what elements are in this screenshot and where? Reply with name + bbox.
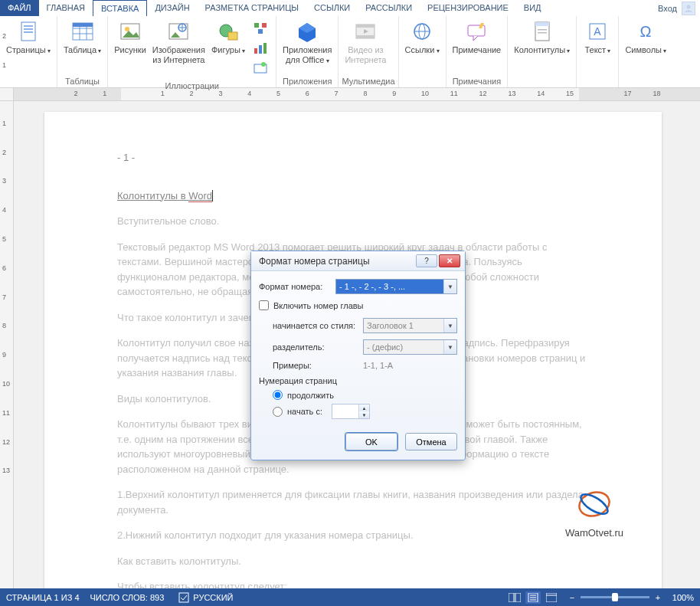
symbols-label: Символы	[625, 45, 666, 56]
svg-rect-33	[535, 22, 549, 26]
apps-label: Приложения для Office	[283, 45, 332, 66]
tab-insert[interactable]: ВСТАВКА	[93, 0, 147, 16]
zoom-out-button[interactable]: −	[567, 593, 577, 602]
tab-home[interactable]: ГЛАВНАЯ	[39, 0, 93, 16]
dialog-titlebar[interactable]: Формат номера страницы ? ✕	[251, 251, 465, 271]
continue-radio[interactable]: продолжить	[273, 390, 457, 400]
zoom-slider[interactable]	[581, 596, 649, 598]
print-layout-icon[interactable]	[525, 591, 541, 604]
vruler-tick: 1	[2, 61, 6, 69]
apps-group-label: Приложения	[280, 76, 335, 87]
include-chapter-checkbox[interactable]: Включить номер главы	[259, 300, 457, 310]
doc-p1: Вступительное слово.	[117, 214, 589, 229]
zoom-thumb[interactable]	[612, 593, 618, 601]
status-bar: СТРАНИЦА 1 ИЗ 4 ЧИСЛО СЛОВ: 893 РУССКИЙ …	[0, 588, 700, 606]
ruler-tick: 11	[450, 90, 458, 97]
headers-icon	[530, 19, 554, 44]
headers-label: Колонтитулы	[514, 45, 570, 56]
symbols-icon: Ω	[633, 19, 658, 44]
links-icon	[410, 19, 434, 44]
zoom-in-button[interactable]: +	[653, 593, 663, 602]
ruler-tick: 2	[190, 90, 194, 97]
text-button[interactable]: A Текст	[580, 18, 615, 76]
comments-group-label: Примечания	[450, 76, 505, 87]
tab-strip: ФАЙЛ ГЛАВНАЯ ВСТАВКА ДИЗАЙН РАЗМЕТКА СТР…	[0, 0, 700, 16]
spinner-down-icon[interactable]: ▼	[359, 411, 369, 418]
web-layout-icon[interactable]	[544, 591, 559, 604]
vruler-tick: 1	[2, 120, 6, 127]
headers-button[interactable]: Колонтитулы	[511, 18, 573, 76]
spellcheck-icon[interactable]	[176, 591, 191, 604]
pages-label: Страницы	[6, 45, 51, 56]
vruler-tick: 10	[2, 380, 10, 388]
vruler-tick: 13	[2, 467, 10, 474]
include-chapter-input[interactable]	[259, 300, 269, 310]
comment-button[interactable]: Примечание	[450, 18, 505, 76]
comment-icon	[464, 19, 489, 44]
ruler-tick: 8	[363, 90, 367, 97]
ruler-tick: 17	[624, 90, 632, 97]
login-label: Вход	[658, 4, 677, 13]
links-button[interactable]: Ссылки	[402, 18, 443, 76]
start-at-radio-input[interactable]	[273, 407, 283, 417]
status-words[interactable]: ЧИСЛО СЛОВ: 893	[90, 593, 165, 602]
cancel-button[interactable]: Отмена	[405, 433, 457, 450]
tab-mailings[interactable]: РАССЫЛКИ	[358, 0, 420, 16]
login-area[interactable]: Вход	[653, 0, 700, 16]
ruler-tick: 18	[653, 90, 660, 97]
status-language[interactable]: РУССКИЙ	[193, 593, 233, 602]
smartart-button[interactable]	[250, 19, 271, 39]
spinner-up-icon[interactable]: ▲	[359, 405, 369, 411]
pictures-button[interactable]: Рисунки	[111, 18, 149, 80]
start-at-radio[interactable]: начать с: ▲▼	[273, 404, 457, 419]
dialog-help-button[interactable]: ?	[416, 254, 437, 267]
shapes-button[interactable]: Фигуры	[208, 18, 248, 80]
tab-view[interactable]: ВИД	[516, 0, 549, 16]
text-label: Текст	[584, 45, 610, 56]
tab-file[interactable]: ФАЙЛ	[0, 0, 39, 16]
vertical-ruler[interactable]: 2112345678910111213	[0, 101, 14, 588]
continue-radio-input[interactable]	[273, 390, 283, 400]
tab-design[interactable]: ДИЗАЙН	[147, 0, 197, 16]
horizontal-ruler[interactable]: 211234567891011121314151718	[0, 88, 700, 101]
svg-rect-20	[254, 48, 257, 54]
status-page[interactable]: СТРАНИЦА 1 ИЗ 4	[6, 593, 80, 602]
apps-icon	[295, 19, 319, 44]
logo-text: WamOtvet.ru	[565, 526, 623, 541]
screenshot-button[interactable]	[250, 59, 271, 79]
pages-button[interactable]: Страницы	[3, 18, 54, 76]
symbols-button[interactable]: Ω Символы	[622, 18, 669, 76]
format-select[interactable]: - 1 -, - 2 -, - 3 -, ... ▼	[335, 279, 457, 294]
table-button[interactable]: Таблица	[61, 18, 104, 76]
ruler-corner	[0, 88, 14, 100]
text-icon: A	[585, 19, 610, 44]
tab-page-layout[interactable]: РАЗМЕТКА СТРАНИЦЫ	[198, 0, 306, 16]
apps-button[interactable]: Приложения для Office	[280, 18, 335, 76]
tab-review[interactable]: РЕЦЕНЗИРОВАНИЕ	[420, 0, 516, 16]
dialog-title: Формат номера страницы	[259, 256, 370, 267]
ribbon-insert: Страницы Таблица Таблицы Рисунки Изображ…	[0, 16, 700, 88]
zoom-value[interactable]: 100%	[672, 593, 694, 602]
ok-button[interactable]: OK	[345, 433, 397, 450]
read-mode-icon[interactable]	[507, 591, 522, 604]
svg-point-0	[687, 5, 690, 8]
ruler-tick: 15	[566, 90, 574, 97]
chart-button[interactable]	[250, 39, 271, 59]
online-images-button[interactable]: Изображения из Интернета	[149, 18, 208, 80]
pages-icon	[16, 19, 41, 44]
starts-with-select: Заголовок 1 ▼	[363, 318, 457, 333]
chevron-down-icon: ▼	[443, 280, 456, 293]
separator-label: разделитель:	[273, 342, 363, 352]
ruler-tick: 1	[161, 90, 165, 97]
tab-links[interactable]: ССЫЛКИ	[306, 0, 358, 16]
svg-rect-48	[546, 593, 557, 602]
ruler-tick: 10	[421, 90, 429, 97]
separator-value: - (дефис)	[367, 342, 403, 352]
start-at-spinner[interactable]: ▲▼	[332, 404, 370, 419]
vruler-tick: 8	[2, 322, 6, 329]
starts-with-value: Заголовок 1	[367, 321, 414, 330]
vruler-tick: 5	[2, 235, 6, 243]
vruler-tick: 9	[2, 351, 6, 359]
comment-label: Примечание	[453, 45, 502, 55]
dialog-close-button[interactable]: ✕	[439, 254, 460, 267]
